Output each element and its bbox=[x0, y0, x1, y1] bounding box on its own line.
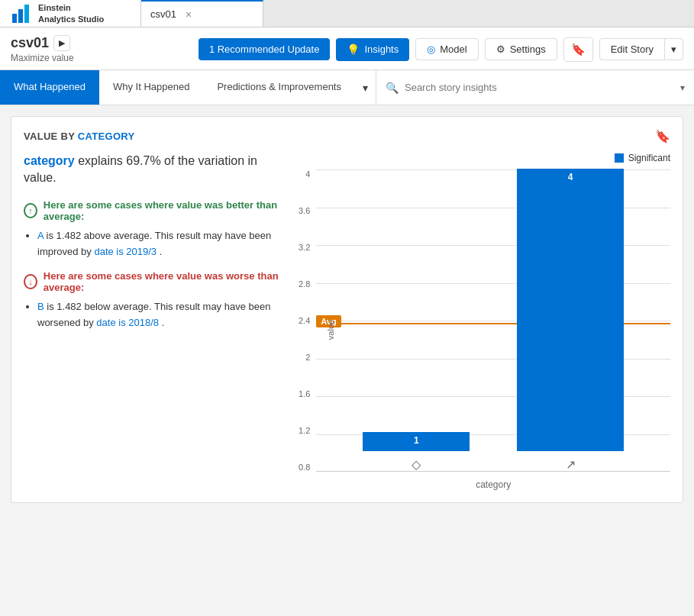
recommended-update-button[interactable]: 1 Recommended Update bbox=[199, 38, 331, 60]
tab-why-it-happened[interactable]: Why It Happened bbox=[99, 70, 203, 105]
better-circle-icon: ↑ bbox=[24, 203, 37, 218]
search-caret-icon[interactable]: ▾ bbox=[680, 82, 685, 93]
better-list: A is 1.482 above average. This result ma… bbox=[37, 228, 283, 260]
main-content: VALUE BY CATEGORY 🔖 category explains 69… bbox=[0, 105, 694, 514]
story-title-area: csv01 ▶ Maximize value bbox=[11, 35, 191, 63]
y-label-32: 3.2 bbox=[299, 243, 310, 252]
search-icon: 🔍 bbox=[386, 82, 399, 94]
model-button[interactable]: ◎ Model bbox=[415, 38, 478, 60]
card-title-text: VALUE BY CATEGORY bbox=[24, 131, 134, 142]
worse-list: B is 1.482 below average. This result ma… bbox=[37, 299, 283, 331]
better-section-header: ↑ Here are some cases where value was be… bbox=[24, 199, 283, 222]
tab-why-it-happened-label: Why It Happened bbox=[113, 81, 189, 92]
y-axis-title: value bbox=[326, 320, 335, 340]
bar-a: 1 bbox=[363, 432, 470, 451]
y-label-36: 3.6 bbox=[299, 206, 310, 215]
worse-link-a[interactable]: B bbox=[37, 301, 44, 312]
worse-section-title: Here are some cases where value was wors… bbox=[44, 270, 283, 293]
y-label-16: 1.6 bbox=[299, 389, 310, 398]
story-title: csv01 ▶ bbox=[11, 35, 191, 51]
y-label-12: 1.2 bbox=[299, 426, 310, 435]
app-header: csv01 ▶ Maximize value 1 Recommended Upd… bbox=[0, 27, 694, 70]
tab-title: csv01 bbox=[150, 8, 176, 20]
better-link-a[interactable]: A bbox=[37, 230, 44, 241]
card-bookmark-icon[interactable]: 🔖 bbox=[655, 129, 670, 144]
search-area: 🔍 ▾ bbox=[376, 70, 694, 105]
legend-dot bbox=[615, 153, 624, 163]
card-title-row: VALUE BY CATEGORY 🔖 bbox=[24, 129, 670, 144]
recommended-update-label: 1 Recommended Update bbox=[209, 44, 320, 55]
edit-story-caret[interactable]: ▾ bbox=[665, 38, 683, 60]
bar-b-label: 4 bbox=[517, 172, 624, 182]
chart-bars: 1 ◇ 4 ↗ bbox=[316, 169, 670, 472]
sub-nav: What Happened Why It Happened Prediction… bbox=[0, 70, 694, 105]
bookmark-icon: 🔖 bbox=[571, 43, 586, 56]
tab-predictions-label: Predictions & Improvements bbox=[217, 81, 341, 92]
y-label-4: 4 bbox=[299, 169, 310, 179]
x-axis-title: category bbox=[316, 479, 670, 490]
expand-button[interactable]: ▶ bbox=[53, 35, 70, 51]
svg-rect-1 bbox=[18, 9, 23, 23]
app-logo-icon bbox=[11, 3, 32, 24]
chart-plot: Avg 1 ◇ bbox=[316, 169, 670, 490]
insights-label: Insights bbox=[364, 44, 399, 55]
header-actions: 1 Recommended Update 💡 Insights ◎ Model … bbox=[199, 37, 683, 62]
edit-story-group: Edit Story ▾ bbox=[599, 38, 683, 60]
better-post-text: . bbox=[160, 246, 163, 257]
explanation-title: category explains 69.7% of the variation… bbox=[24, 153, 283, 187]
bookmark-button[interactable]: 🔖 bbox=[563, 37, 593, 62]
better-section-title: Here are some cases where value was bett… bbox=[44, 199, 283, 222]
worse-section-header: ↓ Here are some cases where value was wo… bbox=[24, 270, 283, 293]
model-icon: ◎ bbox=[427, 44, 435, 55]
svg-rect-0 bbox=[12, 14, 17, 23]
chart-legend: Significant bbox=[299, 153, 670, 163]
card-title-static: VALUE BY bbox=[24, 131, 75, 142]
story-title-text: csv01 bbox=[11, 35, 49, 51]
y-label-24: 2.4 bbox=[299, 316, 310, 325]
edit-story-label: Edit Story bbox=[611, 44, 654, 55]
worse-post-text: . bbox=[162, 317, 165, 328]
better-link-b[interactable]: date is 2019/3 bbox=[94, 246, 157, 257]
model-label: Model bbox=[440, 44, 466, 55]
insights-icon: 💡 bbox=[347, 44, 360, 56]
bar-a-x-icon: ◇ bbox=[412, 457, 421, 472]
tab-what-happened-label: What Happened bbox=[14, 81, 86, 92]
y-label-28: 2.8 bbox=[299, 279, 310, 289]
settings-label: Settings bbox=[510, 44, 546, 55]
app-logo: Einstein Analytics Studio bbox=[0, 0, 141, 27]
y-axis-labels: 4 3.6 3.2 2.8 2.4 2 1.6 1.2 0.8 bbox=[299, 169, 316, 490]
explanation-keyword: category bbox=[24, 154, 75, 167]
settings-button[interactable]: ⚙ Settings bbox=[485, 38, 557, 60]
insight-card: VALUE BY CATEGORY 🔖 category explains 69… bbox=[11, 116, 683, 503]
card-right-panel: Significant 4 3.6 3.2 2.8 2.4 2 1.6 1.2 … bbox=[299, 153, 670, 490]
svg-rect-2 bbox=[24, 5, 29, 23]
insights-button[interactable]: 💡 Insights bbox=[336, 38, 409, 61]
story-subtitle: Maximize value bbox=[11, 53, 191, 63]
card-body: category explains 69.7% of the variation… bbox=[24, 153, 670, 490]
sub-nav-more-dropdown[interactable]: ▾ bbox=[355, 70, 376, 105]
worse-circle-icon: ↓ bbox=[24, 274, 37, 289]
edit-story-button[interactable]: Edit Story bbox=[599, 38, 665, 60]
tab-bar: Einstein Analytics Studio csv01 × bbox=[0, 0, 694, 27]
expand-icon: ▶ bbox=[59, 38, 65, 48]
list-item: B is 1.482 below average. This result ma… bbox=[37, 299, 283, 331]
tab-close-button[interactable]: × bbox=[186, 8, 192, 21]
card-title-highlight: CATEGORY bbox=[78, 131, 135, 142]
list-item: A is 1.482 above average. This result ma… bbox=[37, 228, 283, 260]
bar-a-wrapper: 1 ◇ bbox=[347, 432, 485, 472]
app-name: Einstein Analytics Studio bbox=[38, 2, 104, 24]
y-label-08: 0.8 bbox=[299, 463, 310, 472]
chart-area: 4 3.6 3.2 2.8 2.4 2 1.6 1.2 0.8 bbox=[299, 169, 670, 490]
tab-predictions[interactable]: Predictions & Improvements bbox=[203, 70, 355, 105]
x-axis-line bbox=[316, 471, 670, 472]
worse-link-b[interactable]: date is 2018/8 bbox=[96, 317, 159, 328]
bar-a-label: 1 bbox=[363, 435, 470, 446]
search-input[interactable] bbox=[405, 82, 674, 93]
settings-icon: ⚙ bbox=[496, 44, 505, 55]
bar-b: 4 bbox=[517, 169, 624, 451]
bar-b-x-icon: ↗ bbox=[566, 457, 576, 472]
card-left-panel: category explains 69.7% of the variation… bbox=[24, 153, 283, 490]
tab-what-happened[interactable]: What Happened bbox=[0, 70, 99, 105]
legend-label: Significant bbox=[628, 153, 670, 163]
browser-tab[interactable]: csv01 × bbox=[141, 0, 263, 27]
